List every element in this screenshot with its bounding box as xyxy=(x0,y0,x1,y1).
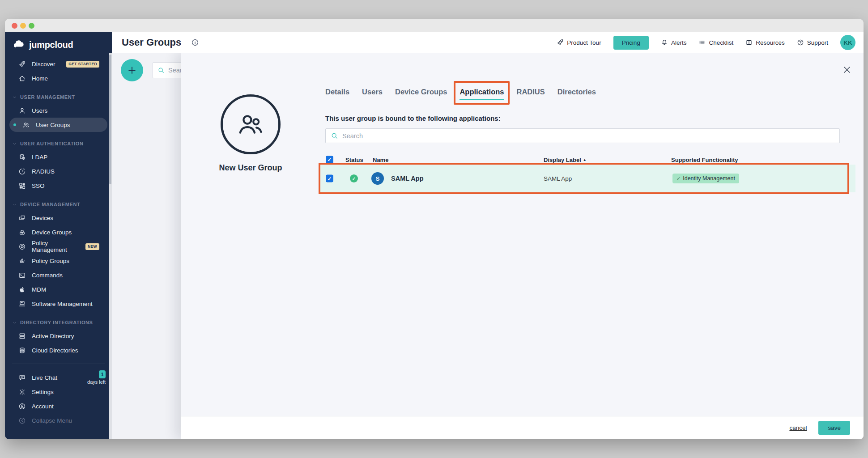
main-area: User Groups Product Tour Pricing xyxy=(112,32,864,439)
row-checkbox[interactable]: ✓ xyxy=(326,175,333,182)
sidebar-section-user-authentication[interactable]: USER AUTHENTICATION xyxy=(5,137,112,150)
sidebar-item-sso[interactable]: SSO xyxy=(5,178,112,193)
close-window-button[interactable] xyxy=(12,23,17,29)
application-row-saml-app[interactable]: ✓ ✓ S SAML App SAML App ✓ Identity Manag… xyxy=(320,165,855,192)
question-icon xyxy=(797,39,804,46)
sidebar-item-label: SSO xyxy=(32,182,45,189)
sidebar-item-label: LDAP xyxy=(32,154,47,161)
sidebar-item-mdm[interactable]: MDM xyxy=(5,282,112,297)
column-header-status[interactable]: Status xyxy=(345,156,363,163)
sidebar-section-directory-integrations[interactable]: DIRECTORY INTEGRATIONS xyxy=(5,316,112,329)
column-header-name[interactable]: Name xyxy=(373,156,388,163)
sidebar-item-label: RADIUS xyxy=(32,168,55,175)
app-window: jumpcloud Discover GET STARTED xyxy=(5,19,864,439)
topbar-action-product-tour[interactable]: Product Tour xyxy=(557,39,601,46)
sidebar-item-home[interactable]: Home xyxy=(5,71,112,85)
close-panel-button[interactable] xyxy=(842,65,852,75)
sidebar-item-label: Settings xyxy=(32,389,54,395)
sidebar-item-users[interactable]: Users xyxy=(5,103,112,118)
topbar-action-checklist[interactable]: Checklist xyxy=(698,39,733,46)
info-icon xyxy=(191,38,199,47)
sidebar-nav: Discover GET STARTED Home xyxy=(5,57,112,357)
tab-radius[interactable]: RADIUS xyxy=(516,87,545,97)
sidebar-item-user-groups[interactable]: User Groups xyxy=(9,118,107,132)
sidebar-item-collapse-menu[interactable]: Collapse Menu xyxy=(5,413,112,428)
rocket-icon xyxy=(557,39,564,46)
topbar-action-support[interactable]: Support xyxy=(797,39,828,46)
collapse-icon xyxy=(18,417,26,424)
jumpcloud-logo[interactable]: jumpcloud xyxy=(5,32,112,51)
topbar-action-resources[interactable]: Resources xyxy=(745,39,785,46)
sidebar-item-live-chat[interactable]: Live Chat 1 days left xyxy=(5,370,112,385)
search-icon xyxy=(157,67,165,74)
column-header-display-label[interactable]: Display Label▲ xyxy=(544,156,587,163)
add-user-group-button[interactable] xyxy=(121,59,143,81)
sidebar-scrollbar-track xyxy=(109,53,112,439)
sidebar-item-label: Commands xyxy=(32,272,63,279)
sidebar-item-label: Account xyxy=(32,403,54,410)
minimize-window-button[interactable] xyxy=(20,23,26,29)
tab-users[interactable]: Users xyxy=(362,87,383,97)
tab-directories[interactable]: Directories xyxy=(557,87,596,97)
sidebar-item-commands[interactable]: Commands xyxy=(5,268,112,282)
sidebar-badge: GET STARTED xyxy=(66,61,99,68)
sidebar-item-discover[interactable]: Discover GET STARTED xyxy=(5,57,112,71)
sidebar-item-device-groups[interactable]: Device Groups xyxy=(5,225,112,239)
tab-details[interactable]: Details xyxy=(325,87,349,97)
sidebar-item-policy-groups[interactable]: Policy Groups xyxy=(5,254,112,268)
tab-applications[interactable]: Applications xyxy=(460,87,504,97)
chevron-icon xyxy=(12,95,17,100)
topbar-action-alerts[interactable]: Alerts xyxy=(661,39,687,46)
cloud-logo-icon xyxy=(12,38,26,51)
sidebar-item-policy-management[interactable]: Policy Management NEW xyxy=(5,239,112,254)
sidebar-item-settings[interactable]: Settings xyxy=(5,385,112,399)
app-body: jumpcloud Discover GET STARTED xyxy=(5,32,864,439)
titlebar xyxy=(5,19,864,32)
sidebar-item-label: Devices xyxy=(32,215,53,221)
group-name: New User Group xyxy=(192,163,309,173)
policy-group-icon xyxy=(18,257,26,265)
trial-countdown-badge: 1 days left xyxy=(87,370,106,385)
checkmark-icon: ✓ xyxy=(677,176,681,182)
close-icon xyxy=(842,65,852,75)
status-active-icon: ✓ xyxy=(350,174,358,182)
sort-ascending-icon: ▲ xyxy=(583,157,587,161)
sidebar-item-active-directory[interactable]: Active Directory xyxy=(5,329,112,343)
tab-device-groups[interactable]: Device Groups xyxy=(395,87,447,97)
topbar-action-pricing[interactable]: Pricing xyxy=(613,36,649,50)
sso-icon xyxy=(18,182,26,190)
sidebar-item-account[interactable]: Account xyxy=(5,399,112,413)
functionality-badge: ✓ Identity Management xyxy=(672,174,739,183)
sidebar-item-software-management[interactable]: Software Management xyxy=(5,297,112,311)
sidebar-badge: NEW xyxy=(85,243,99,250)
user-group-icon xyxy=(22,121,30,129)
sidebar-item-ldap[interactable]: LDAP xyxy=(5,150,112,164)
sidebar-scrollbar-thumb[interactable] xyxy=(109,55,111,184)
sidebar-item-devices[interactable]: Devices xyxy=(5,211,112,225)
user-avatar[interactable]: KK xyxy=(840,35,855,50)
plus-icon xyxy=(127,65,137,75)
sidebar-item-radius[interactable]: RADIUS xyxy=(5,164,112,178)
logo-text: jumpcloud xyxy=(29,40,73,50)
app-display-label: SAML App xyxy=(544,175,572,182)
column-header-supported-functionality[interactable]: Supported Functionality xyxy=(671,156,738,163)
sidebar-item-cloud-directories[interactable]: Cloud Directories xyxy=(5,343,112,357)
app-avatar: S xyxy=(371,172,384,185)
select-all-checkbox[interactable]: ✓ xyxy=(326,156,333,163)
save-button[interactable]: save xyxy=(818,421,850,435)
sidebar-section-user-management[interactable]: USER MANAGEMENT xyxy=(5,91,112,103)
applications-search-input[interactable] xyxy=(342,132,834,140)
policy-icon xyxy=(18,243,26,250)
sidebar-section-device-management[interactable]: DEVICE MANAGEMENT xyxy=(5,198,112,211)
page-title: User Groups xyxy=(122,37,181,48)
zoom-window-button[interactable] xyxy=(29,23,34,29)
info-icon[interactable] xyxy=(191,38,199,47)
topbar: User Groups Product Tour Pricing xyxy=(112,32,864,53)
devices-icon xyxy=(18,214,26,222)
bell-icon xyxy=(661,39,668,46)
radius-icon xyxy=(18,168,26,175)
cancel-button[interactable]: cancel xyxy=(789,424,807,431)
app-name: SAML App xyxy=(391,175,424,182)
sidebar-item-label: User Groups xyxy=(36,122,70,128)
sidebar-item-label: Policy Management xyxy=(32,240,80,253)
